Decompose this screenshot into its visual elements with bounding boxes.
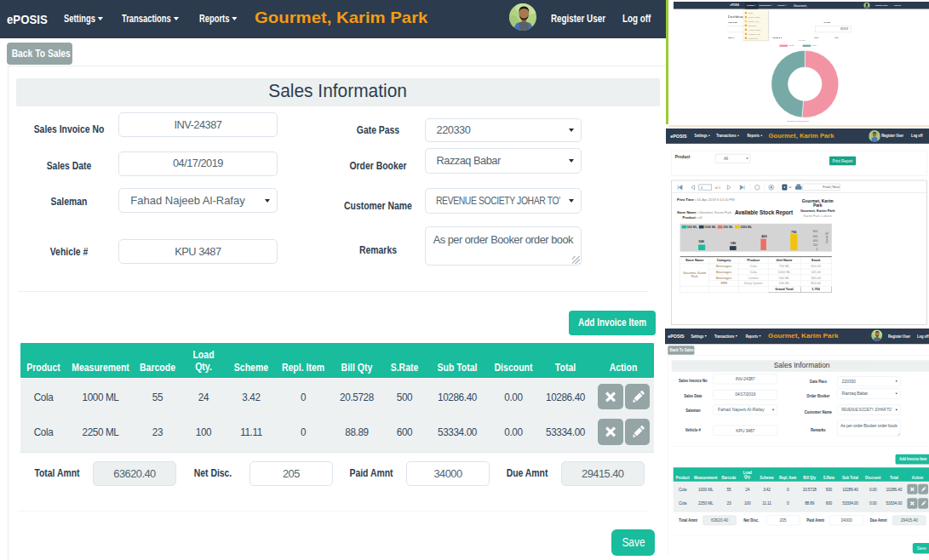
svg-text:of 1: of 1 xyxy=(714,185,721,189)
